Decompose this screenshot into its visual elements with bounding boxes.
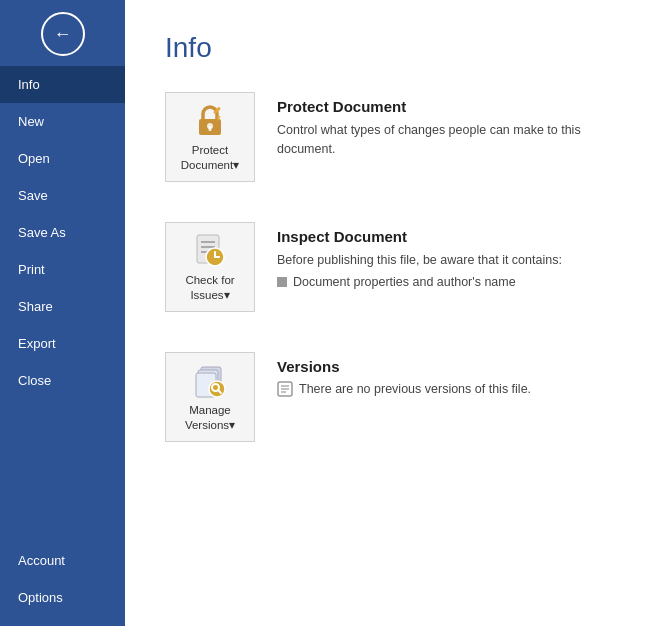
- sidebar-item-options[interactable]: Options: [0, 579, 125, 616]
- inspect-document-card: Check forIssues▾ Inspect Document Before…: [165, 222, 631, 332]
- sidebar-item-open[interactable]: Open: [0, 140, 125, 177]
- protect-document-desc: Control what types of changes people can…: [277, 121, 631, 159]
- check-for-issues-label: Check forIssues▾: [185, 273, 234, 303]
- protect-document-card: ProtectDocument▾ Protect Document Contro…: [165, 92, 631, 202]
- sidebar-item-export[interactable]: Export: [0, 325, 125, 362]
- versions-list-item-text: There are no previous versions of this f…: [299, 382, 531, 396]
- inspect-document-desc: Before publishing this file, be aware th…: [277, 251, 631, 270]
- protect-document-icon: [191, 101, 229, 139]
- list-item: Document properties and author's name: [277, 275, 631, 289]
- versions-content: Versions There are no previous versions …: [277, 352, 631, 397]
- inspect-document-list: Document properties and author's name: [277, 275, 631, 289]
- manage-versions-icon: [191, 361, 229, 399]
- check-for-issues-icon: [191, 231, 229, 269]
- sidebar-item-save[interactable]: Save: [0, 177, 125, 214]
- protect-document-button[interactable]: ProtectDocument▾: [165, 92, 255, 182]
- back-arrow-icon: ←: [54, 24, 72, 45]
- list-item-text: Document properties and author's name: [293, 275, 516, 289]
- bullet-icon: [277, 277, 287, 287]
- manage-versions-label: ManageVersions▾: [185, 403, 235, 433]
- back-button[interactable]: ←: [41, 12, 85, 56]
- sidebar-item-print[interactable]: Print: [0, 251, 125, 288]
- sidebar-item-close[interactable]: Close: [0, 362, 125, 399]
- sidebar: ← Info New Open Save Save As Print Share…: [0, 0, 125, 626]
- protect-document-content: Protect Document Control what types of c…: [277, 92, 631, 159]
- main-content: Info ProtectDocument▾ Protect Document C…: [125, 0, 671, 626]
- protect-document-title: Protect Document: [277, 98, 631, 115]
- versions-title: Versions: [277, 358, 631, 375]
- manage-versions-button[interactable]: ManageVersions▾: [165, 352, 255, 442]
- versions-list: There are no previous versions of this f…: [277, 381, 631, 397]
- check-for-issues-button[interactable]: Check forIssues▾: [165, 222, 255, 312]
- versions-list-item: There are no previous versions of this f…: [277, 381, 631, 397]
- sidebar-item-new[interactable]: New: [0, 103, 125, 140]
- versions-card: ManageVersions▾ Versions There are no pr…: [165, 352, 631, 462]
- inspect-document-content: Inspect Document Before publishing this …: [277, 222, 631, 289]
- versions-bullet-icon: [277, 381, 293, 397]
- svg-rect-2: [209, 126, 212, 131]
- protect-document-label: ProtectDocument▾: [181, 143, 239, 173]
- sidebar-item-info[interactable]: Info: [0, 66, 125, 103]
- sidebar-item-share[interactable]: Share: [0, 288, 125, 325]
- sidebar-item-account[interactable]: Account: [0, 542, 125, 579]
- inspect-document-title: Inspect Document: [277, 228, 631, 245]
- page-title: Info: [165, 32, 631, 64]
- sidebar-item-save-as[interactable]: Save As: [0, 214, 125, 251]
